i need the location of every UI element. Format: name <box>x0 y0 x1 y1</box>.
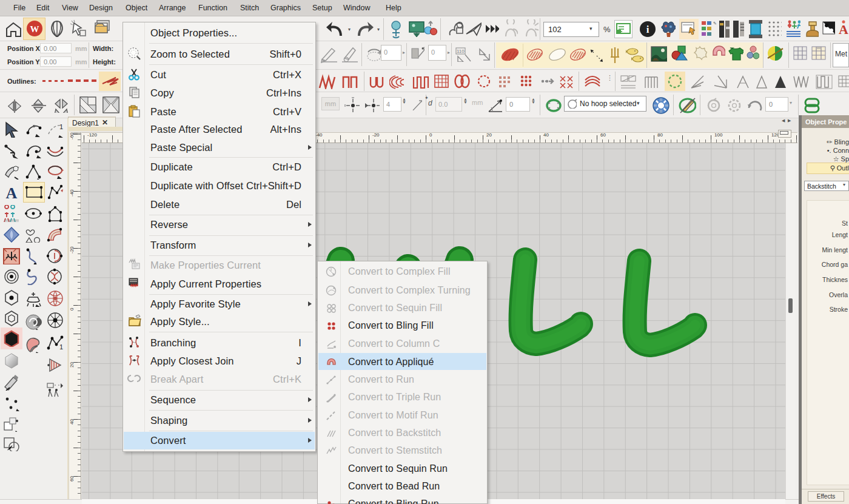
svg-text:1: 1 <box>59 123 63 130</box>
svg-text:i: i <box>646 24 649 35</box>
svg-text:A: A <box>839 22 848 37</box>
svg-text:110: 110 <box>457 49 465 54</box>
svg-text:1: 1 <box>59 343 63 351</box>
svg-text:A: A <box>6 184 18 200</box>
svg-text:W: W <box>30 24 39 34</box>
